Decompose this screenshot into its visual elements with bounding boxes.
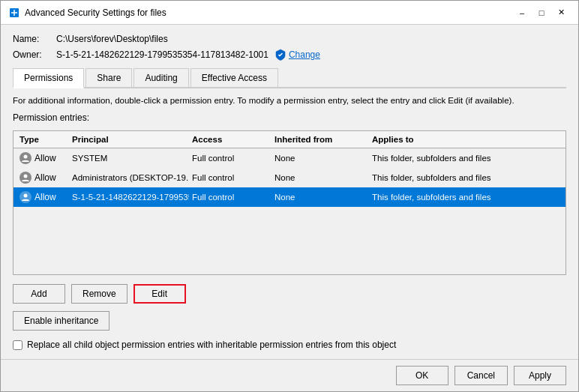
cell-principal: Administrators (DESKTOP-19... (69, 172, 189, 184)
cell-inherited: None (272, 152, 369, 164)
cell-applies: This folder, subfolders and files (369, 172, 562, 184)
cell-access: Full control (189, 172, 272, 184)
titlebar: Advanced Security Settings for files – □… (1, 1, 578, 25)
owner-label: Owner: (13, 49, 50, 60)
table-body: Allow SYSTEM Full control None This fold… (14, 148, 566, 274)
change-link[interactable]: Change (274, 49, 320, 61)
action-buttons: Add Remove Edit (13, 284, 566, 304)
maximize-button[interactable]: □ (532, 5, 551, 20)
cell-principal: SYSTEM (69, 152, 189, 164)
user-svg (21, 173, 30, 182)
user-icon (20, 152, 32, 164)
col-access: Access (189, 133, 272, 145)
replace-checkbox[interactable] (13, 340, 22, 350)
inheritance-row: Enable inheritance (13, 311, 566, 331)
cell-applies: This folder, subfolders and files (369, 152, 562, 164)
cell-principal: S-1-5-21-1482622129-1799535... (69, 191, 189, 203)
remove-button[interactable]: Remove (71, 284, 128, 304)
tabs-container: Permissions Share Auditing Effective Acc… (13, 68, 566, 88)
add-button[interactable]: Add (13, 284, 65, 304)
ok-button[interactable]: OK (396, 366, 448, 385)
user-svg (21, 193, 30, 202)
table-row[interactable]: Allow Administrators (DESKTOP-19... Full… (14, 168, 566, 187)
description-text: For additional information, double-click… (13, 96, 566, 105)
user-svg (21, 154, 30, 163)
cell-inherited: None (272, 172, 369, 184)
svg-point-3 (24, 194, 28, 198)
change-label: Change (289, 49, 320, 60)
col-type: Type (16, 133, 69, 145)
name-value: C:\Users\forev\Desktop\files (56, 34, 168, 44)
edit-button[interactable]: Edit (134, 284, 186, 304)
table-header: Type Principal Access Inherited from App… (14, 131, 566, 148)
tab-auditing[interactable]: Auditing (134, 68, 188, 87)
name-row: Name: C:\Users\forev\Desktop\files (13, 34, 566, 44)
cancel-button[interactable]: Cancel (454, 366, 508, 385)
tab-permissions[interactable]: Permissions (13, 68, 84, 88)
minimize-button[interactable]: – (512, 5, 532, 20)
cell-type: Allow (16, 190, 69, 205)
main-window: Advanced Security Settings for files – □… (0, 0, 579, 392)
checkbox-label: Replace all child object permission entr… (27, 340, 396, 350)
name-label: Name: (13, 34, 50, 44)
table-row[interactable]: Allow S-1-5-21-1482622129-1799535... Ful… (14, 187, 566, 207)
window-title: Advanced Security Settings for files (25, 7, 512, 18)
perm-entries-label: Permission entries: (13, 112, 566, 123)
checkbox-row: Replace all child object permission entr… (13, 340, 566, 350)
cell-inherited: None (272, 191, 369, 203)
svg-point-1 (24, 155, 28, 159)
tab-effective-access[interactable]: Effective Access (190, 68, 278, 87)
tab-share[interactable]: Share (86, 68, 132, 87)
enable-inheritance-button[interactable]: Enable inheritance (13, 311, 110, 331)
shield-icon (274, 49, 286, 61)
col-principal: Principal (69, 133, 189, 145)
user-icon (20, 191, 32, 203)
cell-applies: This folder, subfolders and files (369, 191, 562, 203)
content-area: Name: C:\Users\forev\Desktop\files Owner… (1, 25, 578, 359)
cell-access: Full control (189, 191, 272, 203)
cell-access: Full control (189, 152, 272, 164)
owner-row: Owner: S-1-5-21-1482622129-1799535354-11… (13, 49, 566, 61)
close-button[interactable]: ✕ (551, 5, 571, 20)
owner-value: S-1-5-21-1482622129-1799535354-117813482… (56, 49, 268, 60)
permissions-table: Type Principal Access Inherited from App… (13, 130, 566, 275)
apply-button[interactable]: Apply (514, 366, 566, 385)
window-icon (8, 7, 20, 19)
svg-point-2 (24, 175, 28, 178)
col-inherited: Inherited from (272, 133, 369, 145)
footer: OK Cancel Apply (1, 359, 578, 391)
cell-type: Allow (16, 170, 69, 185)
user-icon (20, 172, 32, 184)
cell-type: Allow (16, 151, 69, 166)
table-row[interactable]: Allow SYSTEM Full control None This fold… (14, 148, 566, 168)
col-applies: Applies to (369, 133, 562, 145)
titlebar-controls: – □ ✕ (512, 5, 571, 20)
